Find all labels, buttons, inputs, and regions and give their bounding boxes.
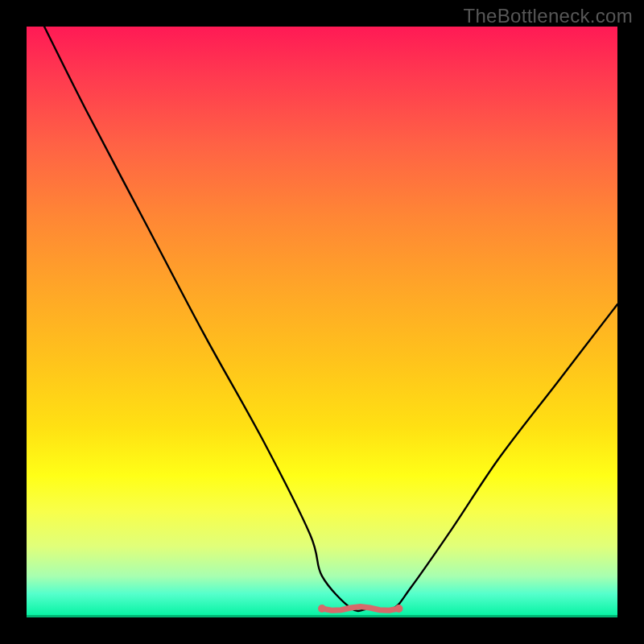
chart-frame: TheBottleneck.com [0, 0, 644, 644]
bottleneck-curve [44, 27, 617, 611]
flat-segment-end-right [394, 605, 402, 613]
watermark-text: TheBottleneck.com [463, 5, 633, 27]
flat-segment-end-left [318, 605, 326, 613]
baseline [27, 615, 617, 617]
curve-svg [27, 27, 617, 617]
plot-area [27, 27, 617, 617]
